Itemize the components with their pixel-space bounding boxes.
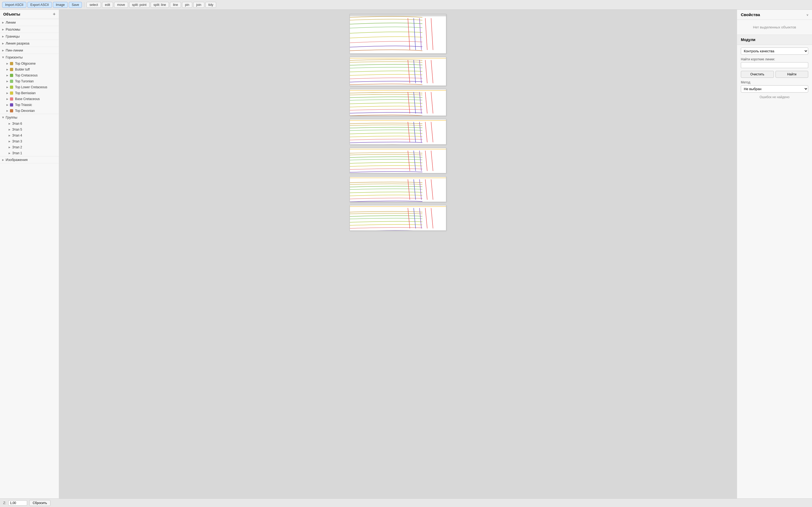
- seismic-panel-4[interactable]: [350, 119, 446, 145]
- modules-header: Модули: [737, 35, 812, 45]
- chevron-g3: ▶: [9, 134, 10, 137]
- group-etap6[interactable]: ▶ Этап 6: [0, 121, 59, 127]
- chevron-g4: ▶: [9, 140, 10, 143]
- chevron-g2: ▶: [9, 128, 10, 131]
- tool-select[interactable]: select: [87, 2, 101, 8]
- swatch-top-berriasian: [10, 92, 13, 95]
- horizon-base-cretaceous-label: Base Cretaceous: [15, 97, 40, 101]
- seismic-panel-6[interactable]: [350, 176, 446, 202]
- section-lines-header[interactable]: ▶ Линии: [0, 19, 59, 26]
- tool-line[interactable]: line: [170, 2, 181, 8]
- chevron-h2: ▶: [6, 68, 8, 71]
- section-groups-header[interactable]: ▶ Группы: [0, 114, 59, 121]
- section-faults-header[interactable]: ▶ Разломы: [0, 26, 59, 33]
- seismic-panel-5[interactable]: [350, 148, 446, 173]
- group-etap4[interactable]: ▶ Этап 4: [0, 132, 59, 138]
- section-pin-lines-label: Пин-линии: [6, 48, 23, 52]
- horizon-base-cretaceous[interactable]: ▶ Base Cretaceous: [0, 96, 59, 102]
- no-errors-text: Ошибок не найдено: [741, 95, 808, 99]
- horizon-top-berriasian-label: Top Berriasian: [15, 91, 36, 95]
- horizon-top-berriasian[interactable]: ▶ Top Berriasian: [0, 90, 59, 96]
- find-short-lines-input[interactable]: [741, 62, 808, 68]
- tool-pin[interactable]: pin: [182, 2, 192, 8]
- seismic-panel-1[interactable]: [350, 14, 446, 54]
- chevron-pin-lines: ▶: [2, 49, 4, 52]
- no-selection-text: Нет выделенных объектов: [737, 20, 812, 35]
- export-ascii-button[interactable]: Export ASCII: [28, 2, 52, 8]
- tool-split-line[interactable]: split: line: [151, 2, 169, 8]
- section-faults-label: Разломы: [6, 27, 20, 32]
- seismic-panel-2[interactable]: [350, 57, 446, 86]
- chevron-h1: ▶: [6, 62, 8, 65]
- group-etap3[interactable]: ▶ Этап 3: [0, 138, 59, 144]
- chevron-g6: ▶: [9, 152, 10, 155]
- group-etap1[interactable]: ▶ Этап 1: [0, 150, 59, 156]
- toolbar-separator: [84, 2, 84, 7]
- swatch-top-oligocene: [10, 62, 13, 65]
- tool-join[interactable]: join: [193, 2, 204, 8]
- group-etap3-label: Этап 3: [12, 139, 22, 143]
- import-ascii-button[interactable]: Import ASCII: [2, 2, 26, 8]
- sidebar: Объекты + ▶ Линии ▶ Разломы ▶ Границы: [0, 10, 59, 498]
- horizon-top-turonian[interactable]: ▶ Top Turonian: [0, 78, 59, 84]
- seismic-canvas-5: [350, 148, 446, 173]
- section-horizons-label: Горизонты: [6, 55, 22, 59]
- method-label: Метод: [741, 80, 808, 84]
- section-images-header[interactable]: ▶ Изображения: [0, 156, 59, 163]
- save-button[interactable]: Save: [69, 2, 82, 8]
- section-boundaries-header[interactable]: ▶ Границы: [0, 33, 59, 40]
- chevron-faults: ▶: [2, 28, 4, 31]
- section-lines: ▶ Линии: [0, 19, 59, 26]
- tool-move[interactable]: move: [114, 2, 128, 8]
- sidebar-add-button[interactable]: +: [53, 12, 56, 17]
- section-images-label: Изображения: [6, 158, 28, 162]
- section-pin-lines-header[interactable]: ▶ Пин-линии: [0, 47, 59, 54]
- group-etap5[interactable]: ▶ Этап 5: [0, 127, 59, 132]
- image-button[interactable]: Image: [53, 2, 68, 8]
- horizon-top-triassic[interactable]: ▶ Top Triassic: [0, 102, 59, 108]
- main-area: Объекты + ▶ Линии ▶ Разломы ▶ Границы: [0, 10, 812, 498]
- right-panel-header: Свойства v: [737, 10, 812, 20]
- swatch-top-triassic: [10, 103, 13, 107]
- z-label: Z:: [3, 501, 6, 505]
- clear-button[interactable]: Очистить: [741, 71, 774, 78]
- chevron-h6: ▶: [6, 92, 8, 95]
- right-panel-v: v: [807, 13, 808, 16]
- swatch-top-cretaceous: [10, 74, 13, 77]
- seismic-panel-7[interactable]: [350, 205, 446, 231]
- modules-select[interactable]: Контроль качества: [741, 48, 808, 55]
- find-short-lines-container: Найти короткие линии:: [741, 57, 808, 68]
- method-select[interactable]: Не выбран: [741, 85, 808, 93]
- seismic-panel-3[interactable]: [350, 89, 446, 116]
- group-etap2[interactable]: ▶ Этап 2: [0, 144, 59, 150]
- chevron-images: ▶: [2, 159, 4, 161]
- chevron-lines: ▶: [2, 21, 4, 24]
- sidebar-header: Объекты +: [0, 10, 59, 19]
- tool-tidy[interactable]: tidy: [205, 2, 216, 8]
- horizon-top-lower-cretaceous-label: Top Lower Cretaceous: [15, 85, 47, 89]
- canvas-area[interactable]: [59, 10, 737, 498]
- section-horizons-header[interactable]: ▶ Горизонты: [0, 54, 59, 61]
- chevron-h4: ▶: [6, 80, 8, 82]
- chevron-boundaries: ▶: [2, 35, 4, 38]
- tool-split-point[interactable]: split: point: [129, 2, 150, 8]
- chevron-h7: ▶: [6, 98, 8, 100]
- tool-edit[interactable]: edit: [102, 2, 113, 8]
- method-container: Метод Не выбран: [741, 80, 808, 93]
- horizon-top-oligocene[interactable]: ▶ Top Oligocene: [0, 61, 59, 66]
- horizon-top-cretaceous[interactable]: ▶ Top Cretaceous: [0, 72, 59, 78]
- reset-button[interactable]: Сбросить: [29, 500, 50, 506]
- right-panel-title: Свойства: [741, 12, 760, 17]
- chevron-horizons: ▶: [2, 56, 5, 58]
- section-faults: ▶ Разломы: [0, 26, 59, 33]
- horizon-bulder-tuff[interactable]: ▶ Bulder tuff: [0, 66, 59, 72]
- seismic-canvas-7: [350, 206, 446, 231]
- z-input[interactable]: [8, 500, 27, 506]
- chevron-g5: ▶: [9, 146, 10, 149]
- find-button[interactable]: Найти: [775, 71, 809, 78]
- section-groups: ▶ Группы ▶ Этап 6 ▶ Этап 5 ▶ Этап 4 ▶ Эт…: [0, 114, 59, 156]
- section-section-line-header[interactable]: ▶ Линия разреза: [0, 40, 59, 47]
- horizon-top-devonian[interactable]: ▶ Top Devonian: [0, 108, 59, 114]
- horizon-top-lower-cretaceous[interactable]: ▶ Top Lower Cretaceous: [0, 84, 59, 90]
- seismic-canvas-6: [350, 177, 446, 202]
